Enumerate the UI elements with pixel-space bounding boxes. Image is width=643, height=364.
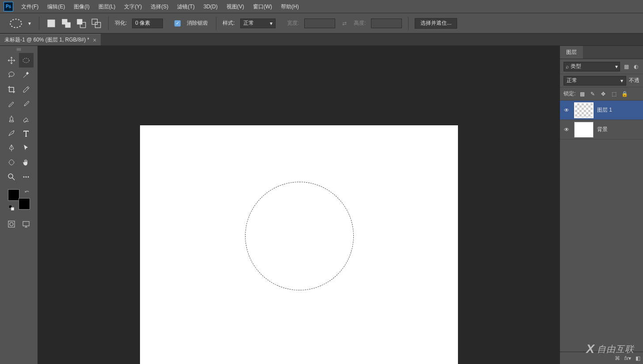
selection-add-icon[interactable]: [61, 19, 71, 28]
lock-artboard-icon[interactable]: ⬚: [610, 90, 618, 98]
selection-subtract-icon[interactable]: [76, 19, 86, 28]
layers-tab[interactable]: 图层: [560, 46, 583, 59]
default-colors-icon[interactable]: [9, 205, 14, 210]
more-tools[interactable]: [19, 169, 34, 184]
zoom-tool[interactable]: [4, 169, 19, 184]
lock-position-icon[interactable]: ✥: [599, 90, 607, 98]
svg-point-8: [23, 58, 29, 63]
layer-name: 背景: [597, 126, 608, 133]
selection-intersect-icon[interactable]: [91, 19, 101, 28]
selection-new-icon[interactable]: [46, 19, 56, 28]
select-and-mask-button[interactable]: 选择并遮住...: [415, 18, 457, 29]
width-input: [304, 19, 335, 28]
menu-item[interactable]: 帮助(H): [276, 0, 303, 13]
svg-point-0: [10, 19, 22, 27]
watermark: X自由互联: [586, 342, 634, 356]
menu-item[interactable]: 选择(S): [146, 0, 173, 13]
toolbox: ⤺: [0, 46, 38, 364]
healing-brush-tool[interactable]: [4, 97, 19, 111]
svg-rect-17: [23, 221, 29, 226]
svg-point-16: [10, 222, 13, 226]
svg-point-10: [23, 176, 25, 177]
foreground-color[interactable]: [8, 189, 19, 201]
background-color[interactable]: [19, 198, 30, 210]
pen-tool[interactable]: [4, 140, 19, 155]
type-tool[interactable]: [19, 126, 34, 140]
color-swatches[interactable]: ⤺: [8, 188, 30, 210]
menu-item[interactable]: 图像(I): [69, 0, 94, 13]
eraser-tool[interactable]: [19, 111, 34, 126]
document-tab[interactable]: 未标题-1 @ 60% (图层 1, RGB/8#) * ×: [0, 34, 101, 45]
style-label: 样式:: [223, 19, 235, 27]
svg-rect-6: [92, 19, 97, 24]
canvas[interactable]: [140, 125, 458, 364]
close-icon[interactable]: ×: [93, 37, 96, 44]
tool-dropdown-arrow[interactable]: ▾: [26, 20, 33, 26]
filter-pixel-icon[interactable]: ▦: [623, 63, 630, 70]
layer-row[interactable]: 👁背景: [560, 120, 643, 139]
layer-thumbnail[interactable]: [574, 102, 594, 118]
menu-item[interactable]: 3D(D): [199, 0, 222, 13]
svg-point-9: [8, 174, 13, 178]
app-logo: Ps: [4, 2, 13, 11]
menu-item[interactable]: 滤镜(T): [173, 0, 199, 13]
layer-mask-icon[interactable]: ◧: [635, 355, 640, 361]
menu-bar: Ps 文件(F)编辑(E)图像(I)图层(L)文字(Y)选择(S)滤镜(T)3D…: [0, 0, 643, 13]
layer-name: 图层 1: [597, 106, 612, 114]
menu-item[interactable]: 编辑(E): [43, 0, 69, 13]
antialias-label: 消除锯齿: [187, 19, 208, 27]
blend-mode-select[interactable]: 正常▾: [564, 76, 626, 86]
brush-tool[interactable]: [19, 97, 34, 111]
svg-rect-15: [8, 221, 15, 227]
lock-image-icon[interactable]: ✎: [589, 90, 597, 98]
lock-transparency-icon[interactable]: ▩: [578, 90, 586, 98]
menu-item[interactable]: 文件(F): [17, 0, 43, 13]
svg-rect-1: [47, 19, 55, 27]
toolbox-grip[interactable]: [10, 48, 28, 51]
style-select[interactable]: 正常▾: [240, 19, 276, 28]
move-tool[interactable]: [4, 53, 19, 68]
filter-adjust-icon[interactable]: ◐: [632, 63, 639, 70]
layers-list: 👁图层 1👁背景: [560, 101, 643, 352]
layer-row[interactable]: 👁图层 1: [560, 101, 643, 120]
document-tab-bar: 未标题-1 @ 60% (图层 1, RGB/8#) * ×: [0, 34, 643, 46]
path-select-tool[interactable]: [19, 140, 34, 155]
layer-thumbnail[interactable]: [574, 122, 594, 138]
antialias-checkbox[interactable]: ✓: [174, 20, 181, 26]
visibility-icon[interactable]: 👁: [563, 127, 571, 133]
width-label: 宽度:: [287, 19, 299, 27]
layers-panel: 图层 ⌕ 类型 ▾ ▦ ◐ 正常▾ 不透 锁定: ▩ ✎ ✥ ⬚ 🔒 👁图层 1…: [560, 46, 643, 364]
swap-colors-icon[interactable]: ⤺: [25, 188, 29, 195]
clone-stamp-tool[interactable]: [4, 111, 19, 126]
gradient-tool[interactable]: [4, 126, 19, 140]
hand-tool[interactable]: [19, 155, 34, 169]
lock-label: 锁定:: [564, 90, 575, 98]
menu-item[interactable]: 文字(Y): [120, 0, 146, 13]
visibility-icon[interactable]: 👁: [563, 107, 571, 113]
marquee-tool[interactable]: [19, 53, 34, 68]
menu-item[interactable]: 窗口(W): [249, 0, 276, 13]
menu-item[interactable]: 图层(L): [94, 0, 120, 13]
elliptical-selection: [245, 182, 354, 290]
menu-item[interactable]: 视图(V): [222, 0, 249, 13]
feather-label: 羽化:: [115, 19, 127, 27]
svg-rect-3: [65, 22, 71, 27]
opacity-label: 不透: [629, 77, 639, 84]
height-label: 高度:: [354, 19, 366, 27]
shape-tool[interactable]: [4, 155, 19, 169]
canvas-area[interactable]: [38, 46, 560, 364]
quick-mask-tool[interactable]: [4, 217, 19, 231]
magic-wand-tool[interactable]: [19, 68, 34, 82]
options-bar: ▾ 羽化: ✓ 消除锯齿 样式: 正常▾ 宽度: ⇄ 高度: 选择并遮住...: [0, 13, 643, 34]
feather-input[interactable]: [132, 19, 163, 28]
lasso-tool[interactable]: [4, 68, 19, 82]
eyedropper-tool[interactable]: [19, 82, 34, 97]
lock-all-icon[interactable]: 🔒: [620, 90, 628, 98]
current-tool-icon[interactable]: [9, 16, 23, 30]
screen-mode-tool[interactable]: [19, 217, 34, 231]
document-tab-title: 未标题-1 @ 60% (图层 1, RGB/8#) *: [4, 36, 89, 44]
svg-point-12: [28, 176, 29, 177]
layer-filter-type[interactable]: ⌕ 类型 ▾: [564, 62, 620, 71]
crop-tool[interactable]: [4, 82, 19, 97]
swap-wh-icon: ⇄: [342, 20, 347, 26]
